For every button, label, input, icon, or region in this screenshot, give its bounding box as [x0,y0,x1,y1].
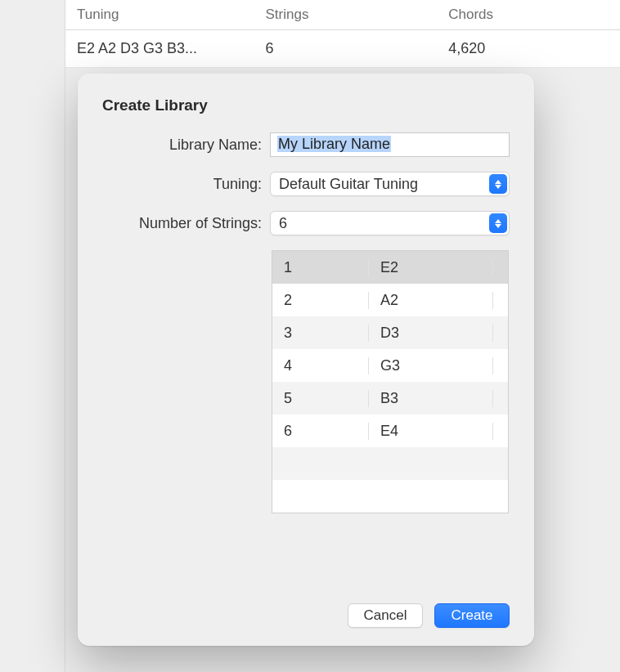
cell-tuning: E2 A2 D3 G3 B3... [65,30,254,68]
background-table: Tuning Strings Chords E2 A2 D3 G3 B3... … [65,0,620,68]
col-header-chords[interactable]: Chords [437,0,620,30]
dialog-title: Create Library [102,96,510,114]
string-index: 5 [272,390,369,407]
col-header-strings[interactable]: Strings [254,0,438,30]
cell-strings: 6 [254,30,438,68]
table-row[interactable]: E2 A2 D3 G3 B3... 6 4,620 [65,30,620,68]
table-row[interactable]: 4 G3 [272,349,508,382]
table-row[interactable]: 6 E4 [272,414,508,447]
string-note: E2 [369,259,493,276]
string-index: 2 [272,292,369,309]
string-note: G3 [369,357,493,374]
table-row[interactable]: 1 E2 [272,251,508,284]
string-note: B3 [369,390,493,407]
row-library-name: Library Name: My Library Name [102,132,510,157]
table-row[interactable]: 3 D3 [272,316,508,349]
create-library-dialog: Create Library Library Name: My Library … [78,74,534,646]
table-row[interactable]: 2 A2 [272,284,508,316]
row-num-strings: Number of Strings: 6 [102,211,510,235]
col-header-tuning[interactable]: Tuning [65,0,254,30]
string-note: A2 [369,292,493,309]
create-button[interactable]: Create [434,603,510,628]
label-library-name: Library Name: [102,137,262,154]
string-note: D3 [369,325,493,342]
chevron-up-down-icon [489,174,507,194]
table-row[interactable]: 5 B3 [272,382,508,414]
string-note: E4 [369,423,493,440]
cell-chords: 4,620 [437,30,620,68]
num-strings-value: 6 [279,215,287,232]
string-index: 3 [272,325,369,342]
row-tuning: Tuning: Default Guitar Tuning [102,172,510,196]
table-row[interactable] [272,480,508,513]
dialog-button-row: Cancel Create [348,603,510,628]
string-index: 1 [272,259,369,276]
library-table: Tuning Strings Chords E2 A2 D3 G3 B3... … [65,0,620,68]
string-index: 4 [272,357,369,374]
tuning-popup[interactable]: Default Guitar Tuning [270,172,510,196]
library-name-input[interactable]: My Library Name [270,132,510,157]
bg-margin-left [0,0,65,672]
strings-table[interactable]: 1 E2 2 A2 3 D3 4 G3 5 B3 6 E4 [272,250,509,513]
tuning-value: Default Guitar Tuning [279,176,418,193]
string-index: 6 [272,423,369,440]
num-strings-popup[interactable]: 6 [270,211,510,235]
table-row[interactable] [272,447,508,480]
chevron-up-down-icon [489,213,507,233]
label-num-strings: Number of Strings: [102,215,262,232]
label-tuning: Tuning: [102,176,262,193]
cancel-button[interactable]: Cancel [348,603,423,628]
